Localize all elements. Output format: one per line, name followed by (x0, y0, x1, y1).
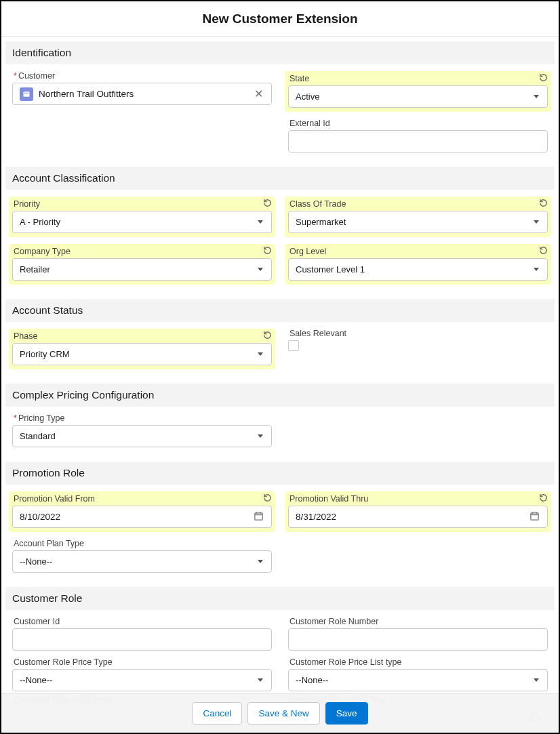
svg-rect-4 (255, 512, 262, 519)
chevron-down-icon (258, 268, 263, 271)
account-icon (20, 87, 33, 101)
clear-icon[interactable]: ✕ (253, 87, 264, 100)
field-promotion-valid-from: Promotion Valid From 8/10/2022 (9, 491, 275, 532)
modal-footer: Cancel Save & New Save (1, 693, 559, 733)
label-customer-role-number: Customer Role Number (288, 617, 548, 626)
select-state[interactable]: Active (288, 85, 548, 108)
chevron-down-icon (534, 678, 539, 682)
select-company-type[interactable]: Retailer (12, 258, 272, 281)
field-external-id: External Id (288, 119, 548, 152)
field-state: State Active (285, 71, 551, 112)
date-promotion-valid-from[interactable]: 8/10/2022 (12, 506, 272, 528)
modal-new-customer-extension: New Customer Extension Identification *C… (0, 0, 560, 734)
undo-icon[interactable] (262, 245, 273, 258)
chevron-down-icon (258, 220, 263, 224)
chevron-down-icon (534, 95, 539, 98)
save-and-new-button[interactable]: Save & New (247, 702, 319, 725)
section-header-complex-pricing: Complex Pricing Configuration (5, 384, 555, 407)
select-pricing-type[interactable]: Standard (12, 425, 272, 447)
chevron-down-icon (258, 434, 263, 438)
select-phase[interactable]: Priority CRM (12, 343, 272, 365)
modal-body: Identification *Customer Northern Trail … (1, 37, 559, 733)
label-org-level: Org Level (288, 247, 548, 256)
chevron-down-icon (258, 560, 263, 563)
chevron-down-icon (534, 268, 539, 271)
label-customer-role-price-type: Customer Role Price Type (12, 657, 272, 667)
input-external-id[interactable] (288, 130, 548, 152)
svg-rect-8 (531, 512, 538, 519)
label-company-type: Company Type (12, 247, 272, 256)
cancel-button[interactable]: Cancel (192, 702, 242, 725)
modal-header: New Customer Extension (1, 1, 559, 37)
input-customer-id[interactable] (12, 628, 272, 651)
label-promotion-valid-thru: Promotion Valid Thru (288, 494, 548, 504)
select-priority[interactable]: A - Priority (12, 211, 272, 233)
undo-icon[interactable] (262, 198, 273, 211)
undo-icon[interactable] (538, 73, 548, 85)
undo-icon[interactable] (262, 493, 273, 506)
svg-rect-1 (24, 92, 26, 94)
lookup-customer-value: Northern Trail Outfitters (39, 89, 253, 99)
save-button[interactable]: Save (325, 702, 368, 725)
label-state: State (288, 74, 548, 83)
calendar-icon (254, 511, 264, 523)
field-phase: Phase Priority CRM (9, 329, 275, 369)
label-customer-role-price-list-type: Customer Role Price List type (288, 657, 548, 667)
field-priority: Priority A - Priority (9, 197, 275, 237)
field-company-type: Company Type Retailer (9, 244, 275, 285)
calendar-icon (529, 511, 540, 523)
label-customer: *Customer (12, 71, 272, 81)
checkbox-sales-relevant[interactable] (288, 340, 299, 351)
select-account-plan-type[interactable]: --None-- (12, 550, 272, 573)
label-customer-id: Customer Id (12, 617, 272, 626)
field-class-of-trade: Class Of Trade Supermarket (285, 197, 551, 237)
field-customer-role-number: Customer Role Number (288, 617, 548, 651)
label-pricing-type: *Pricing Type (12, 413, 272, 423)
field-customer: *Customer Northern Trail Outfitters ✕ (12, 71, 272, 105)
select-customer-role-price-type[interactable]: --None-- (12, 669, 272, 691)
select-customer-role-price-list-type[interactable]: --None-- (288, 669, 548, 691)
undo-icon[interactable] (538, 493, 548, 506)
field-promotion-valid-thru: Promotion Valid Thru 8/31/2022 (285, 491, 551, 532)
section-header-promotion-role: Promotion Role (5, 462, 555, 485)
label-account-plan-type: Account Plan Type (12, 539, 272, 548)
date-promotion-valid-thru[interactable]: 8/31/2022 (288, 506, 548, 528)
label-priority: Priority (12, 199, 272, 209)
field-customer-id: Customer Id (12, 617, 272, 651)
svg-rect-0 (24, 91, 30, 97)
svg-rect-2 (26, 92, 27, 94)
field-org-level: Org Level Customer Level 1 (285, 244, 551, 285)
label-class-of-trade: Class Of Trade (288, 199, 548, 209)
input-customer-role-number[interactable] (288, 628, 548, 651)
field-sales-relevant: Sales Relevant (288, 329, 548, 351)
chevron-down-icon (258, 352, 263, 356)
label-sales-relevant: Sales Relevant (288, 329, 548, 338)
undo-icon[interactable] (538, 198, 548, 211)
label-phase: Phase (12, 331, 272, 341)
modal-title: New Customer Extension (1, 12, 559, 26)
section-header-account-classification: Account Classification (5, 167, 555, 190)
label-external-id: External Id (288, 119, 548, 128)
lookup-customer[interactable]: Northern Trail Outfitters ✕ (12, 83, 272, 105)
field-customer-role-price-list-type: Customer Role Price List type --None-- (288, 657, 548, 691)
undo-icon[interactable] (538, 245, 548, 258)
section-header-account-status: Account Status (5, 299, 555, 322)
field-pricing-type: *Pricing Type Standard (12, 413, 272, 447)
section-header-identification: Identification (5, 41, 555, 64)
label-promotion-valid-from: Promotion Valid From (12, 494, 272, 504)
undo-icon[interactable] (262, 330, 273, 343)
select-class-of-trade[interactable]: Supermarket (288, 211, 548, 233)
field-account-plan-type: Account Plan Type --None-- (12, 539, 272, 573)
field-customer-role-price-type: Customer Role Price Type --None-- (12, 657, 272, 691)
chevron-down-icon (258, 678, 263, 682)
section-header-customer-role: Customer Role (5, 587, 555, 610)
svg-rect-3 (28, 92, 29, 94)
select-org-level[interactable]: Customer Level 1 (288, 258, 548, 281)
chevron-down-icon (534, 220, 539, 224)
